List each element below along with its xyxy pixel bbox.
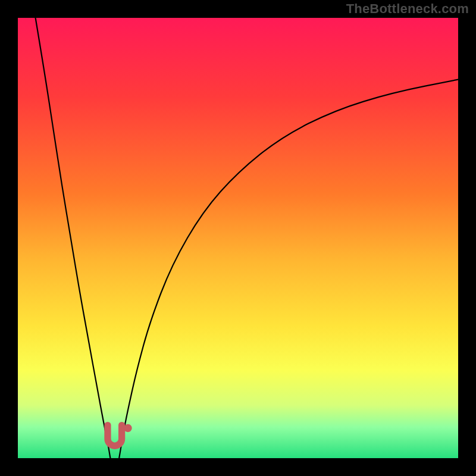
chart-frame: TheBottleneck.com [0, 0, 476, 476]
plot-background [18, 18, 458, 458]
minimum-dot [124, 424, 131, 432]
bottleneck-chart [0, 0, 476, 476]
watermark-text: TheBottleneck.com [346, 1, 469, 17]
